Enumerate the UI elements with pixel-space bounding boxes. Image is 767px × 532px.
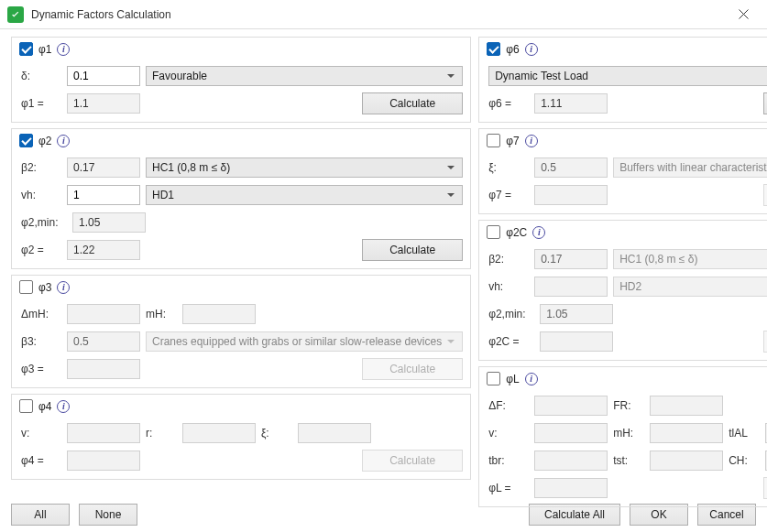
label-tst: tst: (613, 454, 644, 467)
info-icon[interactable]: i (525, 43, 538, 56)
app-icon (7, 6, 24, 23)
right-column: φ6 i Dynamic Test Load φ6 = Calculate φ7… (478, 37, 767, 497)
calculate-phi2C-button: Calculate (763, 331, 767, 353)
label-beta2: β2: (21, 161, 61, 174)
calculate-phi6-button[interactable]: Calculate (763, 92, 767, 114)
select-phi1-mode[interactable]: Favourable (146, 66, 463, 86)
label-tlAL: tlAL (729, 427, 760, 440)
label-phi1eq: φ1 = (21, 97, 61, 110)
calculate-phi4-button: Calculate (362, 450, 463, 472)
select-phi3-crane: Cranes equipped with grabs or similar sl… (146, 331, 463, 352)
output-phi4 (67, 451, 140, 471)
input-phi2-beta2 (67, 157, 140, 178)
info-icon[interactable]: i (525, 135, 538, 147)
input-phiL-tbr (534, 451, 608, 471)
info-icon[interactable]: i (57, 400, 70, 413)
close-icon (739, 9, 749, 19)
label-FR: FR: (613, 399, 644, 412)
close-button[interactable] (725, 2, 762, 27)
checkbox-phi2[interactable] (19, 134, 33, 147)
all-button[interactable]: All (11, 504, 70, 526)
checkbox-phi4[interactable] (19, 399, 33, 413)
checkbox-phiL[interactable] (487, 372, 500, 385)
input-phi4-v (67, 423, 140, 443)
calculate-phi1-button[interactable]: Calculate (362, 92, 463, 114)
none-button[interactable]: None (79, 504, 137, 526)
group-phi3: φ3 i ΔmH: mH: β3: Cranes equipped with g… (11, 275, 471, 388)
label-phi2min: φ2,min: (488, 308, 534, 320)
info-icon[interactable]: i (57, 281, 70, 294)
label-phi3: φ3 (38, 281, 51, 294)
label-phi2min: φ2,min: (21, 216, 67, 229)
calculate-phi3-button: Calculate (362, 358, 463, 380)
label-phi7eq: φ7 = (488, 189, 529, 201)
info-icon[interactable]: i (525, 373, 538, 385)
label-vh: vh: (488, 280, 529, 293)
input-phi3-dmH (67, 304, 140, 324)
input-phi1-delta[interactable] (67, 66, 140, 86)
output-phi3 (67, 359, 140, 379)
label-phi2C: φ2C (506, 226, 527, 239)
input-phi4-xi (298, 423, 371, 443)
input-phi7-xi (534, 157, 608, 178)
select-phi2-hd[interactable]: HD1 (146, 185, 463, 205)
label-v: v: (488, 427, 529, 440)
select-phi2C-hd: HD2 (613, 277, 767, 297)
titlebar: Dynamic Factors Calculation (0, 0, 767, 29)
label-phi4eq: φ4 = (21, 454, 61, 467)
label-delta: δ: (21, 70, 61, 82)
label-vh: vh: (21, 189, 61, 201)
label-xi: ξ: (261, 427, 292, 440)
select-phi7-buffer: Buffers with linear characteristics, e.g… (613, 157, 767, 178)
info-icon[interactable]: i (57, 43, 70, 56)
label-phi3eq: φ3 = (21, 363, 61, 375)
label-mH: mH: (146, 308, 177, 320)
output-phi2 (67, 240, 140, 260)
input-phiL-mH (650, 423, 723, 443)
checkbox-phi1[interactable] (19, 42, 33, 56)
label-beta3: β3: (21, 335, 61, 348)
label-phi6: φ6 (506, 43, 519, 56)
input-phiL-tst (650, 451, 723, 471)
label-phi7: φ7 (506, 135, 519, 147)
group-phi4: φ4 i v: r: ξ: φ4 = Calculate (11, 394, 471, 480)
label-CH: CH: (729, 454, 760, 467)
input-phi2-vh[interactable] (67, 185, 140, 205)
label-phi1: φ1 (38, 43, 51, 56)
calculate-phi7-button: Calculate (763, 184, 767, 206)
input-phi3-beta3 (67, 331, 140, 352)
label-phiL: φL (506, 373, 519, 385)
input-phi2C-vh (534, 277, 608, 297)
calculate-phiL-button: Calculate (763, 477, 767, 499)
check-icon (9, 8, 22, 21)
input-phiL-FR (650, 396, 723, 416)
input-phi3-mH (182, 304, 256, 324)
label-mH: mH: (613, 427, 644, 440)
select-phi2-hc[interactable]: HC1 (0,8 m ≤ δ) (146, 157, 463, 178)
left-column: φ1 i δ: Favourable φ1 = Calculate φ2 i (11, 37, 471, 497)
checkbox-phi6[interactable] (487, 42, 500, 56)
checkbox-phi7[interactable] (487, 134, 500, 147)
label-phiLeq: φL = (488, 482, 529, 494)
label-phi2Ceq: φ2C = (488, 335, 534, 348)
output-phi2C (540, 331, 613, 352)
label-xi: ξ: (488, 161, 529, 174)
group-phi2: φ2 i β2: HC1 (0,8 m ≤ δ) vh: HD1 φ2,min:… (11, 128, 471, 269)
group-phi6: φ6 i Dynamic Test Load φ6 = Calculate (478, 37, 767, 123)
label-tbr: tbr: (488, 454, 529, 467)
select-phi6-mode[interactable]: Dynamic Test Load (488, 66, 767, 86)
group-phiL: φL i ΔF: FR: v: mH: tlAL tbr: tst: (478, 366, 767, 507)
input-phi2-min (72, 212, 146, 233)
label-phi6eq: φ6 = (488, 97, 529, 110)
checkbox-phi2C[interactable] (487, 225, 500, 239)
info-icon[interactable]: i (532, 226, 545, 239)
output-phi1 (67, 93, 140, 114)
checkbox-phi3[interactable] (19, 280, 33, 294)
group-phi1: φ1 i δ: Favourable φ1 = Calculate (11, 37, 471, 123)
label-phi4: φ4 (38, 400, 51, 413)
info-icon[interactable]: i (57, 135, 70, 147)
calculate-phi2-button[interactable]: Calculate (362, 239, 463, 261)
label-phi2eq: φ2 = (21, 244, 61, 256)
input-phi4-r (182, 423, 256, 443)
label-beta2: β2: (488, 253, 529, 266)
